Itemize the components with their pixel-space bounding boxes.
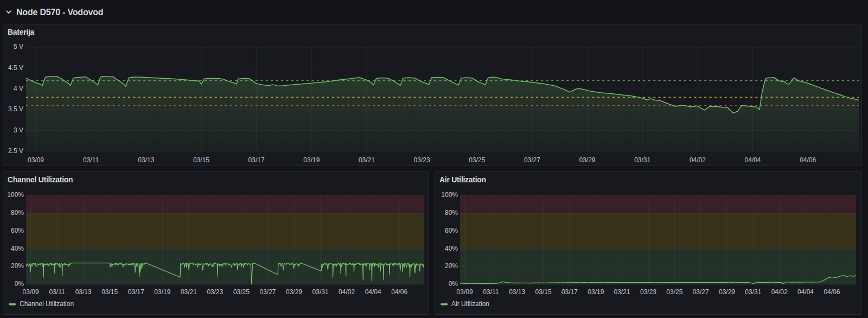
- svg-text:03/29: 03/29: [286, 288, 302, 296]
- svg-text:04/02: 04/02: [690, 156, 706, 164]
- svg-text:5 V: 5 V: [14, 43, 23, 50]
- svg-text:03/25: 03/25: [666, 288, 682, 296]
- svg-text:03/19: 03/19: [154, 288, 170, 296]
- svg-text:03/23: 03/23: [640, 288, 656, 296]
- svg-text:04/04: 04/04: [744, 156, 761, 164]
- svg-text:Baterija: Baterija: [8, 28, 34, 36]
- svg-text:3 V: 3 V: [14, 126, 23, 134]
- svg-text:03/25: 03/25: [469, 156, 485, 164]
- svg-text:04/06: 04/06: [824, 288, 840, 296]
- svg-text:3.5 V: 3.5 V: [8, 105, 23, 113]
- svg-text:Air Utilization: Air Utilization: [451, 300, 489, 308]
- svg-text:100%: 100%: [441, 191, 458, 199]
- svg-text:40%: 40%: [11, 245, 24, 252]
- svg-text:03/17: 03/17: [561, 288, 578, 296]
- svg-text:03/29: 03/29: [579, 156, 595, 164]
- svg-text:03/21: 03/21: [614, 288, 630, 296]
- svg-text:03/21: 03/21: [359, 156, 375, 164]
- svg-text:04/06: 04/06: [391, 288, 407, 296]
- svg-text:03/23: 03/23: [207, 288, 223, 296]
- svg-text:Air Utilization: Air Utilization: [439, 175, 486, 184]
- svg-text:03/25: 03/25: [233, 288, 250, 296]
- svg-text:03/23: 03/23: [414, 156, 430, 164]
- svg-text:80%: 80%: [445, 209, 458, 217]
- svg-text:2.5 V: 2.5 V: [8, 147, 23, 155]
- svg-text:03/31: 03/31: [745, 288, 761, 296]
- svg-text:04/02: 04/02: [339, 288, 355, 296]
- svg-text:03/17: 03/17: [248, 156, 265, 164]
- svg-text:03/11: 03/11: [483, 288, 499, 296]
- svg-text:80%: 80%: [11, 209, 24, 217]
- svg-text:20%: 20%: [11, 262, 24, 270]
- svg-text:Channel Utilization: Channel Utilization: [20, 300, 74, 308]
- svg-text:03/11: 03/11: [49, 288, 65, 296]
- svg-text:60%: 60%: [445, 227, 458, 234]
- svg-text:03/09: 03/09: [23, 288, 39, 296]
- svg-text:03/27: 03/27: [693, 288, 709, 296]
- svg-text:Node D570 - Vodovod: Node D570 - Vodovod: [16, 8, 103, 17]
- svg-text:04/04: 04/04: [365, 288, 381, 296]
- svg-text:Channel Utilization: Channel Utilization: [8, 175, 73, 184]
- svg-text:04/06: 04/06: [800, 156, 816, 164]
- svg-text:03/15: 03/15: [101, 288, 118, 296]
- svg-text:04/04: 04/04: [797, 288, 814, 296]
- svg-text:20%: 20%: [445, 262, 458, 270]
- svg-text:03/21: 03/21: [181, 288, 197, 296]
- svg-text:100%: 100%: [7, 191, 24, 199]
- svg-text:03/27: 03/27: [259, 288, 276, 296]
- svg-text:03/27: 03/27: [524, 156, 540, 164]
- svg-text:03/31: 03/31: [634, 156, 650, 164]
- svg-text:03/11: 03/11: [83, 156, 99, 164]
- svg-text:03/09: 03/09: [457, 288, 473, 296]
- svg-text:03/19: 03/19: [303, 156, 320, 164]
- svg-text:4 V: 4 V: [14, 85, 23, 92]
- svg-text:04/02: 04/02: [771, 288, 788, 296]
- svg-text:03/15: 03/15: [193, 156, 209, 164]
- svg-text:60%: 60%: [11, 227, 24, 234]
- svg-text:03/09: 03/09: [28, 156, 44, 164]
- svg-text:03/17: 03/17: [128, 288, 144, 296]
- svg-text:0%: 0%: [15, 280, 24, 288]
- svg-text:03/29: 03/29: [719, 288, 735, 296]
- svg-text:4.5 V: 4.5 V: [8, 64, 23, 72]
- svg-text:03/19: 03/19: [588, 288, 604, 296]
- svg-text:03/13: 03/13: [138, 156, 154, 164]
- svg-text:03/31: 03/31: [312, 288, 329, 296]
- svg-text:40%: 40%: [445, 245, 458, 252]
- svg-text:03/13: 03/13: [509, 288, 525, 296]
- svg-text:03/15: 03/15: [535, 288, 552, 296]
- svg-text:03/13: 03/13: [75, 288, 92, 296]
- svg-text:0%: 0%: [449, 280, 458, 288]
